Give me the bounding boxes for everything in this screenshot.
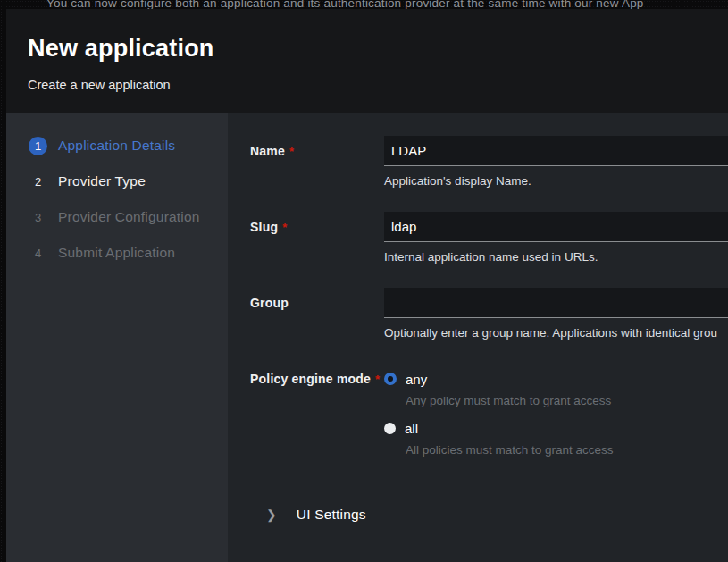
chevron-right-icon: ❯ xyxy=(266,508,277,521)
name-control: Application's display Name. xyxy=(384,136,728,189)
wizard-nav: 1 Application Details 2 Provider Type 3 … xyxy=(6,113,228,562)
page-title: New application xyxy=(28,35,728,63)
modal-body: 1 Application Details 2 Provider Type 3 … xyxy=(6,113,728,562)
radio-option-any[interactable]: any xyxy=(384,370,728,388)
name-input[interactable] xyxy=(384,136,728,166)
required-asterisk: * xyxy=(282,221,287,234)
radio-all-label[interactable]: all xyxy=(405,421,418,436)
required-asterisk: * xyxy=(289,145,294,158)
radio-all-help: All policies must match to grant access xyxy=(406,443,728,457)
slug-label: Slug* xyxy=(250,212,384,264)
application-details-form: Name* Application's display Name. Slug* … xyxy=(228,113,728,562)
policy-engine-mode-row: Policy engine mode* any Any policy must … xyxy=(250,364,728,468)
required-asterisk: * xyxy=(375,373,380,386)
new-application-modal: New application Create a new application… xyxy=(6,9,728,562)
group-label-text: Group xyxy=(250,296,289,310)
wizard-step-provider-configuration: 3 Provider Configuration xyxy=(29,199,228,235)
group-help-text: Optionally enter a group name. Applicati… xyxy=(384,326,728,340)
slug-field-row: Slug* Internal application name used in … xyxy=(250,212,728,264)
step-label: Provider Configuration xyxy=(58,209,200,225)
slug-help-text: Internal application name used in URLs. xyxy=(384,250,728,264)
wizard-step-submit-application: 4 Submit Application xyxy=(29,235,228,271)
policy-engine-mode-control: any Any policy must match to grant acces… xyxy=(384,370,728,468)
ui-settings-expander[interactable]: ❯ UI Settings xyxy=(250,507,728,523)
step-label: Submit Application xyxy=(58,245,175,261)
policy-engine-mode-label: Policy engine mode* xyxy=(250,370,384,468)
radio-any-checked[interactable] xyxy=(384,373,397,385)
radio-any-label[interactable]: any xyxy=(406,372,427,387)
radio-all-unchecked[interactable] xyxy=(384,423,396,434)
ui-settings-label: UI Settings xyxy=(297,507,366,523)
group-control: Optionally enter a group name. Applicati… xyxy=(384,288,728,340)
step-number: 4 xyxy=(29,244,47,263)
step-number: 3 xyxy=(29,208,47,227)
modal-header: New application Create a new application xyxy=(6,9,728,113)
group-label: Group xyxy=(250,288,384,340)
name-label: Name* xyxy=(250,136,384,189)
policy-label-text: Policy engine mode xyxy=(250,372,371,386)
radio-option-all[interactable]: all xyxy=(384,419,728,437)
group-input[interactable] xyxy=(384,288,728,318)
name-field-row: Name* Application's display Name. xyxy=(250,136,728,189)
wizard-step-provider-type[interactable]: 2 Provider Type xyxy=(29,164,228,199)
slug-input[interactable] xyxy=(384,212,728,242)
step-label: Application Details xyxy=(58,138,175,154)
slug-control: Internal application name used in URLs. xyxy=(384,212,728,264)
modal-subtitle: Create a new application xyxy=(28,78,728,92)
step-number-badge: 1 xyxy=(29,137,47,155)
slug-label-text: Slug xyxy=(250,220,278,234)
name-help-text: Application's display Name. xyxy=(384,174,728,189)
step-label: Provider Type xyxy=(58,173,146,189)
step-number: 2 xyxy=(29,172,47,191)
wizard-step-application-details[interactable]: 1 Application Details xyxy=(29,128,228,164)
radio-any-help: Any policy must match to grant access xyxy=(406,394,728,407)
group-field-row: Group Optionally enter a group name. App… xyxy=(250,288,728,340)
name-label-text: Name xyxy=(250,144,285,158)
